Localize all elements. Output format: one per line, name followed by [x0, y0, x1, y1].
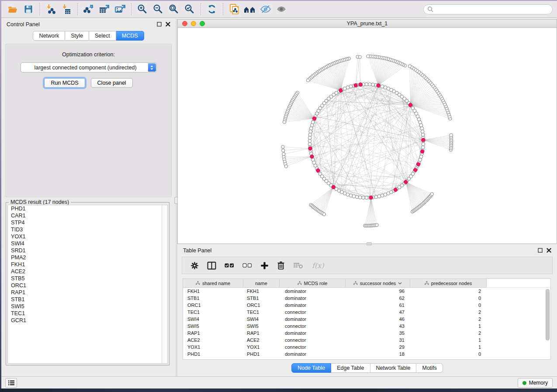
tab-mcds[interactable]: MCDS — [116, 31, 144, 41]
hide-selected-button[interactable] — [258, 3, 273, 16]
network-node[interactable] — [368, 83, 371, 86]
mcds-result-item[interactable]: STB5 — [8, 275, 167, 282]
table-row[interactable]: STB1STB1dominator620 — [183, 295, 550, 302]
tab-style[interactable]: Style — [65, 31, 89, 41]
close-panel-icon[interactable] — [547, 248, 551, 253]
leaf-node[interactable] — [358, 55, 361, 58]
network-node[interactable] — [355, 195, 359, 199]
horizontal-splitter[interactable] — [367, 242, 372, 245]
network-node[interactable] — [309, 127, 313, 130]
panel-menu-button[interactable] — [5, 378, 17, 388]
tab-network-table[interactable]: Network Table — [370, 363, 417, 373]
table-row[interactable]: PHD1PHD1dominator180 — [183, 351, 550, 358]
network-node[interactable] — [419, 155, 423, 158]
leaf-node[interactable] — [282, 152, 285, 155]
save-session-button[interactable] — [21, 3, 36, 16]
tab-motifs[interactable]: Motifs — [416, 363, 443, 373]
network-node[interactable] — [377, 195, 381, 198]
zoom-selected-button[interactable] — [182, 3, 197, 16]
mcds-node[interactable] — [394, 188, 397, 192]
tab-edge-table[interactable]: Edge Table — [331, 363, 370, 373]
table-row[interactable]: SWI5SWI5connector431 — [183, 323, 550, 330]
network-node[interactable] — [349, 194, 353, 197]
leaf-node[interactable] — [283, 120, 286, 124]
mcds-result-item[interactable]: TID3 — [8, 226, 167, 233]
mcds-result-item[interactable]: PMA2 — [8, 254, 167, 261]
mcds-result-item[interactable]: YOX1 — [8, 233, 167, 240]
delete-table-button[interactable] — [293, 262, 304, 269]
leaf-node[interactable] — [450, 134, 453, 137]
close-panel-icon[interactable] — [166, 22, 170, 27]
criterion-select[interactable]: largest connected component (undirected) — [21, 62, 157, 72]
mcds-node[interactable] — [414, 168, 417, 172]
mcds-result-list[interactable]: PHD1CAR1STP4TID3YOX1SWI4SRD1PMA2FKH1ACE2… — [7, 205, 168, 364]
open-file-button[interactable] — [5, 3, 21, 16]
mcds-node[interactable] — [416, 162, 420, 166]
export-table-button[interactable] — [97, 3, 112, 16]
network-node[interactable] — [365, 196, 368, 199]
delete-row-button[interactable] — [277, 261, 285, 270]
deselect-all-button[interactable] — [242, 262, 252, 268]
table-row[interactable]: SWI4SWI4dominator462 — [183, 316, 550, 323]
float-panel-icon[interactable] — [538, 248, 543, 253]
search-input[interactable] — [436, 6, 549, 12]
mcds-result-item[interactable]: SWI5 — [8, 303, 167, 310]
tab-select[interactable]: Select — [89, 31, 116, 41]
network-node[interactable] — [374, 195, 378, 199]
tab-node-table[interactable]: Node Table — [291, 363, 331, 373]
network-node[interactable] — [421, 133, 425, 137]
function-builder-button[interactable]: f(x) — [312, 261, 324, 270]
scrollbar-thumb[interactable] — [546, 289, 550, 340]
zoom-in-button[interactable] — [135, 3, 150, 16]
network-node[interactable] — [359, 196, 362, 199]
select-all-button[interactable] — [225, 262, 234, 268]
show-all-button[interactable] — [273, 3, 289, 16]
table-row[interactable]: TEC1TEC1connector472 — [183, 309, 550, 316]
export-image-button[interactable] — [112, 3, 128, 16]
leaf-node[interactable] — [367, 55, 370, 58]
mcds-node[interactable] — [339, 89, 343, 92]
mcds-result-item[interactable]: RAP1 — [8, 289, 167, 296]
mcds-result-item[interactable]: SRD1 — [8, 247, 167, 254]
mcds-result-item[interactable]: PHD1 — [8, 205, 167, 212]
zoom-out-button[interactable] — [150, 3, 166, 16]
column-header-shared-name[interactable]: shared name — [183, 279, 243, 288]
mcds-node[interactable] — [310, 155, 314, 158]
mcds-node[interactable] — [354, 83, 357, 87]
mcds-result-item[interactable]: STB1 — [8, 296, 167, 303]
first-neighbors-button[interactable] — [242, 3, 258, 16]
network-node[interactable] — [310, 124, 314, 127]
network-node[interactable] — [352, 195, 356, 198]
leaf-node[interactable] — [430, 193, 433, 196]
import-network-button[interactable] — [43, 3, 59, 16]
mcds-node[interactable] — [369, 196, 373, 199]
mcds-node[interactable] — [377, 84, 380, 87]
settings-button[interactable] — [190, 261, 199, 270]
mcds-node[interactable] — [312, 117, 316, 120]
close-panel-button[interactable]: Close panel — [91, 78, 133, 88]
network-node[interactable] — [309, 130, 312, 133]
network-canvas[interactable] — [178, 28, 557, 244]
network-node[interactable] — [365, 83, 368, 86]
table-scrollbar[interactable] — [545, 288, 550, 358]
column-header-mcds-role[interactable]: MCDS role — [280, 279, 346, 288]
export-network-button[interactable] — [81, 3, 97, 16]
table-row[interactable]: ACE2ACE2connector311 — [183, 337, 550, 344]
table-row[interactable]: RAP1RAP1dominator352 — [183, 330, 550, 337]
table-row[interactable]: FKH1FKH1dominator962 — [183, 288, 550, 295]
leaf-node[interactable] — [375, 224, 378, 227]
refresh-button[interactable] — [204, 3, 220, 16]
network-node[interactable] — [420, 127, 424, 130]
leaf-node[interactable] — [322, 213, 325, 216]
network-node[interactable] — [308, 139, 311, 143]
leaf-node[interactable] — [306, 79, 309, 82]
column-header-predecessor-nodes[interactable]: predecessor nodes — [410, 279, 487, 288]
mcds-result-item[interactable]: SWI4 — [8, 240, 167, 247]
leaf-node[interactable] — [281, 145, 284, 148]
network-node[interactable] — [371, 83, 375, 86]
leaf-node[interactable] — [284, 165, 287, 168]
mcds-node[interactable] — [316, 168, 320, 172]
mcds-result-item[interactable]: ORC1 — [8, 282, 167, 289]
table-row[interactable]: YOX1YOX1connector291 — [183, 344, 550, 351]
mcds-node[interactable] — [408, 103, 412, 107]
